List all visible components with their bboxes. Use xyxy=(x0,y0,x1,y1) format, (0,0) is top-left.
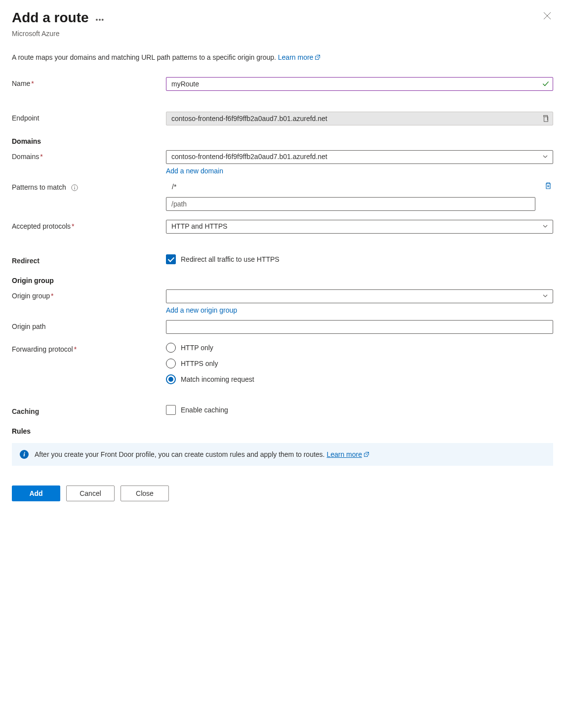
info-icon[interactable] xyxy=(71,184,78,191)
learn-more-link[interactable]: Learn more xyxy=(278,53,321,61)
cancel-button[interactable]: Cancel xyxy=(66,485,115,501)
forwarding-radio-match[interactable]: Match incoming request xyxy=(166,374,553,384)
delete-icon[interactable] xyxy=(543,181,553,192)
redirect-label: Redirect xyxy=(12,257,40,265)
radio-icon xyxy=(166,343,176,353)
rules-info-banner: i After you create your Front Door profi… xyxy=(12,443,553,466)
name-label: Name xyxy=(12,80,30,87)
enable-caching-checkbox[interactable] xyxy=(166,405,176,415)
domains-label: Domains xyxy=(12,153,39,161)
redirect-checkbox-label: Redirect all traffic to use HTTPS xyxy=(181,255,280,263)
origin-group-select[interactable] xyxy=(166,289,553,303)
origin-path-label: Origin path xyxy=(12,323,45,330)
svg-point-2 xyxy=(74,186,75,187)
required-indicator: * xyxy=(72,222,74,230)
accepted-protocols-label: Accepted protocols xyxy=(12,222,71,230)
radio-label: HTTP only xyxy=(181,344,213,352)
pattern-input[interactable] xyxy=(166,197,535,211)
origin-path-input[interactable] xyxy=(166,320,553,334)
radio-icon xyxy=(166,374,176,384)
info-icon: i xyxy=(20,450,29,459)
required-indicator: * xyxy=(51,292,53,300)
origin-group-label: Origin group xyxy=(12,292,50,300)
rules-section-header: Rules xyxy=(12,427,553,435)
forwarding-radio-https[interactable]: HTTPS only xyxy=(166,359,553,368)
pattern-value: /* xyxy=(166,183,539,191)
page-title: Add a route xyxy=(12,10,89,26)
add-domain-link[interactable]: Add a new domain xyxy=(166,167,223,175)
forwarding-protocol-label: Forwarding protocol xyxy=(12,345,73,353)
description-text: A route maps your domains and matching U… xyxy=(12,53,553,61)
page-subtitle: Microsoft Azure xyxy=(12,30,553,38)
radio-icon xyxy=(166,359,176,368)
add-button[interactable]: Add xyxy=(12,485,60,501)
accepted-protocols-select[interactable]: HTTP and HTTPS xyxy=(166,220,553,234)
name-input[interactable] xyxy=(166,77,553,91)
check-icon xyxy=(542,81,549,87)
radio-label: Match incoming request xyxy=(181,375,254,383)
close-button[interactable]: Close xyxy=(121,485,169,501)
close-icon[interactable] xyxy=(541,10,553,23)
endpoint-input xyxy=(166,112,553,125)
redirect-checkbox[interactable] xyxy=(166,254,176,264)
domains-select[interactable]: contoso-frontend-f6f9f9ffb2a0aud7.b01.az… xyxy=(166,150,553,164)
domains-section-header: Domains xyxy=(12,137,553,145)
patterns-label: Patterns to match xyxy=(12,183,66,191)
forwarding-radio-http[interactable]: HTTP only xyxy=(166,343,553,353)
description-body: A route maps your domains and matching U… xyxy=(12,53,278,61)
add-origin-group-link[interactable]: Add a new origin group xyxy=(166,306,237,314)
caching-checkbox-label: Enable caching xyxy=(181,406,228,414)
required-indicator: * xyxy=(31,80,34,87)
required-indicator: * xyxy=(40,153,42,161)
radio-label: HTTPS only xyxy=(181,360,218,367)
rules-learn-more-link[interactable]: Learn more xyxy=(326,450,369,458)
banner-text: After you create your Front Door profile… xyxy=(35,450,326,458)
origin-group-section-header: Origin group xyxy=(12,277,553,284)
caching-label: Caching xyxy=(12,407,39,415)
endpoint-label: Endpoint xyxy=(12,114,39,122)
more-options-icon[interactable]: ••• xyxy=(96,12,105,24)
copy-icon[interactable] xyxy=(542,115,549,122)
required-indicator: * xyxy=(74,345,77,353)
